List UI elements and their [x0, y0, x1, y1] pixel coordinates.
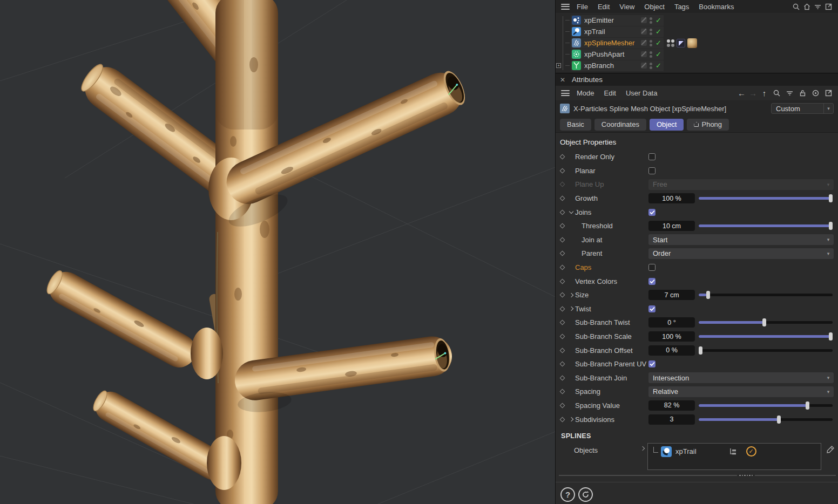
search-icon[interactable]	[771, 88, 782, 98]
tab-phong[interactable]: Phong	[687, 119, 729, 131]
target-icon[interactable]	[810, 88, 821, 98]
forward-arrow-icon[interactable]: →	[748, 88, 758, 98]
visibility-dots-icon[interactable]	[650, 40, 652, 46]
phong-tag-icon[interactable]	[677, 39, 685, 47]
visibility-dots-icon[interactable]	[650, 29, 652, 35]
subdivisions-value-field[interactable]: 3	[648, 414, 695, 425]
tab-basic[interactable]: Basic	[560, 119, 591, 131]
menu-item-edit[interactable]: Edit	[593, 3, 614, 11]
enabled-check-icon[interactable]: ✓	[655, 28, 661, 35]
twist-checkbox[interactable]	[648, 305, 655, 312]
menu-item-tags[interactable]: Tags	[670, 3, 694, 11]
keyframe-diamond-icon[interactable]	[560, 292, 565, 298]
keyframe-diamond-icon[interactable]	[560, 265, 565, 270]
keyframe-diamond-icon[interactable]	[560, 306, 565, 311]
sub-branch-offset-slider[interactable]	[698, 345, 834, 356]
visibility-dots-icon[interactable]	[650, 63, 652, 69]
display-dots-icon[interactable]	[667, 39, 674, 47]
keyframe-diamond-icon[interactable]	[560, 403, 565, 408]
object-row-xptrail[interactable]: xpTrail✓	[556, 26, 838, 37]
keyframe-diamond-icon[interactable]	[560, 348, 565, 353]
reset-icon[interactable]	[578, 487, 593, 502]
menu-item-edit[interactable]: Edit	[599, 89, 621, 97]
keyframe-diamond-icon[interactable]	[560, 278, 565, 284]
enabled-check-icon[interactable]: ✓	[655, 17, 661, 24]
slider-handle[interactable]	[699, 346, 702, 355]
keyframe-diamond-icon[interactable]	[560, 417, 565, 422]
spline-item-xptrail[interactable]: xpTrail✓	[648, 445, 821, 458]
keyframe-diamond-icon[interactable]	[560, 182, 565, 187]
slider-handle[interactable]	[762, 318, 766, 326]
join-at-dropdown[interactable]: Start▾	[648, 234, 834, 245]
spacing-dropdown[interactable]: Relative▾	[648, 386, 834, 397]
sub-branch-scale-slider[interactable]	[698, 331, 834, 342]
object-row-xppushapart[interactable]: xpPushApart✓	[556, 49, 838, 60]
slider-handle[interactable]	[829, 222, 833, 230]
expander-chevron-icon[interactable]	[569, 307, 573, 311]
slider-handle[interactable]	[829, 332, 833, 340]
hierarchy-icon[interactable]	[728, 447, 739, 457]
expander-chevron-icon[interactable]	[569, 209, 573, 214]
growth-slider[interactable]	[698, 193, 834, 203]
keyframe-diamond-icon[interactable]	[560, 237, 565, 242]
menu-item-bookmarks[interactable]: Bookmarks	[694, 3, 739, 11]
spline-objects-list[interactable]: xpTrail✓	[647, 443, 821, 470]
up-arrow-icon[interactable]: ↑	[760, 88, 769, 98]
editor-toggle-icon[interactable]	[641, 17, 647, 23]
lock-icon[interactable]	[797, 88, 808, 98]
slider-handle[interactable]	[829, 194, 833, 202]
sub-branch-scale-value-field[interactable]: 100 %	[648, 331, 695, 342]
tab-coordinates[interactable]: Coordinates	[594, 119, 646, 131]
subdivisions-slider[interactable]	[698, 414, 834, 425]
enabled-check-icon[interactable]: ✓	[655, 62, 661, 69]
size-slider[interactable]	[698, 290, 834, 300]
size-value-field[interactable]: 7 cm	[648, 290, 695, 300]
parent-dropdown[interactable]: Order▾	[648, 248, 834, 259]
threshold-slider[interactable]	[698, 221, 834, 231]
expander-chevron-icon[interactable]	[569, 417, 573, 421]
expand-toggle-icon[interactable]: +	[556, 63, 561, 68]
planar-checkbox[interactable]	[648, 167, 655, 174]
enabled-check-icon[interactable]: ✓	[655, 39, 661, 46]
keyframe-diamond-icon[interactable]	[560, 196, 565, 201]
close-icon[interactable]: ✕	[560, 76, 565, 84]
chevron-right-icon[interactable]	[640, 446, 645, 451]
joins-checkbox[interactable]	[648, 209, 655, 216]
vertex-colors-checkbox[interactable]	[648, 278, 655, 285]
keyframe-diamond-icon[interactable]	[560, 251, 565, 256]
menu-item-object[interactable]: Object	[639, 3, 670, 11]
material-thumbnail[interactable]	[687, 38, 697, 48]
expander-chevron-icon[interactable]	[569, 292, 573, 297]
slider-handle[interactable]	[706, 291, 710, 299]
object-row-xpsplinemesher[interactable]: xpSplineMesher✓	[556, 37, 838, 49]
preset-dropdown[interactable]: Custom ▾	[771, 103, 834, 114]
keyframe-diamond-icon[interactable]	[560, 362, 565, 367]
editor-toggle-icon[interactable]	[641, 51, 647, 57]
new-window-icon[interactable]	[823, 88, 834, 98]
keyframe-diamond-icon[interactable]	[560, 389, 565, 394]
spacing-value-slider[interactable]	[698, 400, 834, 411]
hamburger-icon[interactable]	[561, 90, 570, 96]
sub-branch-offset-value-field[interactable]: 0 %	[648, 345, 695, 356]
menu-item-view[interactable]: View	[614, 3, 639, 11]
render-only-checkbox[interactable]	[648, 153, 655, 160]
growth-value-field[interactable]: 100 %	[648, 193, 695, 203]
editor-toggle-icon[interactable]	[641, 40, 647, 46]
filter-icon[interactable]	[784, 88, 795, 98]
spacing-value-value-field[interactable]: 82 %	[648, 400, 695, 411]
editor-toggle-icon[interactable]	[641, 29, 647, 35]
threshold-value-field[interactable]: 10 cm	[648, 221, 695, 231]
menu-item-mode[interactable]: Mode	[572, 89, 599, 97]
new-window-icon[interactable]	[823, 2, 834, 11]
slider-handle[interactable]	[777, 416, 781, 424]
slider-handle[interactable]	[806, 401, 809, 410]
back-arrow-icon[interactable]: ←	[737, 88, 746, 98]
search-icon[interactable]	[790, 2, 801, 11]
object-row-xpemitter[interactable]: xpEmitter✓	[556, 15, 838, 26]
menu-item-user-data[interactable]: User Data	[621, 89, 663, 97]
tab-object[interactable]: Object	[650, 119, 684, 131]
editor-toggle-icon[interactable]	[641, 63, 647, 69]
enabled-check-icon[interactable]: ✓	[655, 51, 661, 58]
menu-item-file[interactable]: File	[572, 3, 593, 11]
keyframe-diamond-icon[interactable]	[560, 334, 565, 339]
